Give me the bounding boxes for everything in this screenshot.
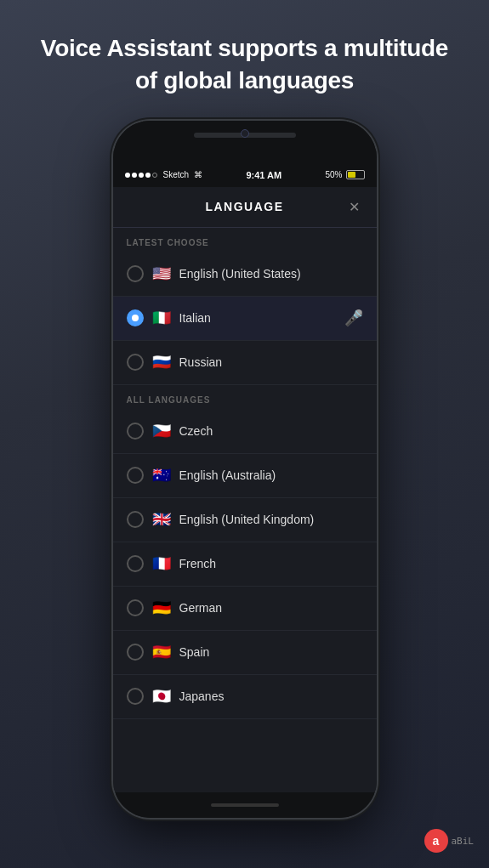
modal-header: LANGUAGE ✕ [113, 187, 377, 228]
signal-dot-2 [132, 173, 137, 178]
flag-icon: 🇺🇸 [152, 264, 171, 283]
radio-button[interactable] [127, 309, 144, 326]
screen-content: LANGUAGE ✕ LATEST CHOOSE🇺🇸English (Unite… [113, 187, 377, 792]
radio-button[interactable] [127, 265, 144, 282]
list-item[interactable]: 🇨🇿Czech [113, 410, 377, 454]
watermark: a aBiL [424, 829, 475, 853]
wifi-icon: ⌘ [194, 170, 202, 179]
flag-icon: 🇬🇧 [152, 510, 171, 529]
flag-icon: 🇫🇷 [152, 554, 171, 573]
phone-bottom [113, 792, 377, 818]
list-item[interactable]: 🇮🇹Italian🎤 [113, 297, 377, 341]
radio-button[interactable] [127, 511, 144, 528]
list-item[interactable]: 🇦🇺English (Australia) [113, 454, 377, 498]
status-time: 9:41 AM [246, 170, 281, 180]
status-bar: Sketch ⌘ 9:41 AM 50% [113, 163, 377, 187]
language-name: English (United Kingdom) [179, 513, 363, 526]
radio-button[interactable] [127, 423, 144, 440]
section-label-1: ALL LANGUAGES [113, 385, 377, 410]
radio-button[interactable] [127, 599, 144, 616]
list-item[interactable]: 🇬🇧English (United Kingdom) [113, 498, 377, 542]
radio-button[interactable] [127, 467, 144, 484]
flag-icon: 🇮🇹 [152, 309, 171, 327]
section-label-0: LATEST CHOOSE [113, 228, 377, 252]
radio-inner [132, 315, 139, 321]
signal-dot-5 [152, 173, 157, 178]
list-item[interactable]: 🇺🇸English (United States) [113, 252, 377, 297]
radio-button[interactable] [127, 644, 144, 661]
hero-title: Voice Assistant supports a multitude of … [0, 32, 489, 97]
microphone-icon: 🎤 [344, 309, 363, 327]
home-indicator [211, 803, 279, 807]
list-item[interactable]: 🇯🇵Japanes [113, 675, 377, 719]
battery-fill [348, 172, 355, 178]
signal-dot-1 [125, 173, 130, 178]
flag-icon: 🇯🇵 [152, 687, 171, 706]
list-item[interactable]: 🇩🇪German [113, 587, 377, 631]
language-name: Russian [179, 355, 363, 369]
radio-button[interactable] [127, 688, 144, 705]
radio-button[interactable] [127, 555, 144, 572]
watermark-text: aBiL [452, 836, 475, 847]
language-name: Italian [179, 311, 344, 325]
flag-icon: 🇦🇺 [152, 466, 171, 485]
battery-indicator [346, 170, 365, 179]
language-name: German [179, 601, 363, 615]
list-item[interactable]: 🇫🇷French [113, 542, 377, 587]
language-list[interactable]: LATEST CHOOSE🇺🇸English (United States)🇮🇹… [113, 228, 377, 792]
flag-icon: 🇩🇪 [152, 599, 171, 617]
language-name: Czech [179, 424, 363, 438]
flag-icon: 🇷🇺 [152, 353, 171, 372]
signal-dot-3 [139, 173, 144, 178]
language-name: Spain [179, 645, 363, 659]
phone-mockup: Sketch ⌘ 9:41 AM 50% LANGUAGE ✕ LATEST C… [113, 121, 377, 818]
status-right: 50% [325, 170, 364, 179]
signal-dots [125, 173, 157, 178]
radio-button[interactable] [127, 354, 144, 371]
language-name: Japanes [179, 689, 363, 703]
list-item[interactable]: 🇪🇸Spain [113, 631, 377, 675]
watermark-logo: a [424, 829, 448, 853]
signal-dot-4 [145, 173, 151, 178]
camera-dot [241, 129, 249, 138]
status-left: Sketch ⌘ [125, 170, 203, 179]
language-name: French [179, 557, 363, 570]
modal-title: LANGUAGE [205, 200, 283, 213]
battery-box [346, 170, 365, 179]
flag-icon: 🇪🇸 [152, 643, 171, 661]
language-name: English (Australia) [179, 468, 363, 482]
close-icon: ✕ [349, 199, 360, 215]
phone-top-bar [113, 121, 377, 163]
flag-icon: 🇨🇿 [152, 422, 171, 440]
list-item[interactable]: 🇷🇺Russian [113, 341, 377, 385]
network-label: Sketch [163, 170, 190, 179]
language-name: English (United States) [179, 267, 363, 281]
battery-percent: 50% [325, 170, 342, 179]
close-button[interactable]: ✕ [344, 196, 365, 217]
